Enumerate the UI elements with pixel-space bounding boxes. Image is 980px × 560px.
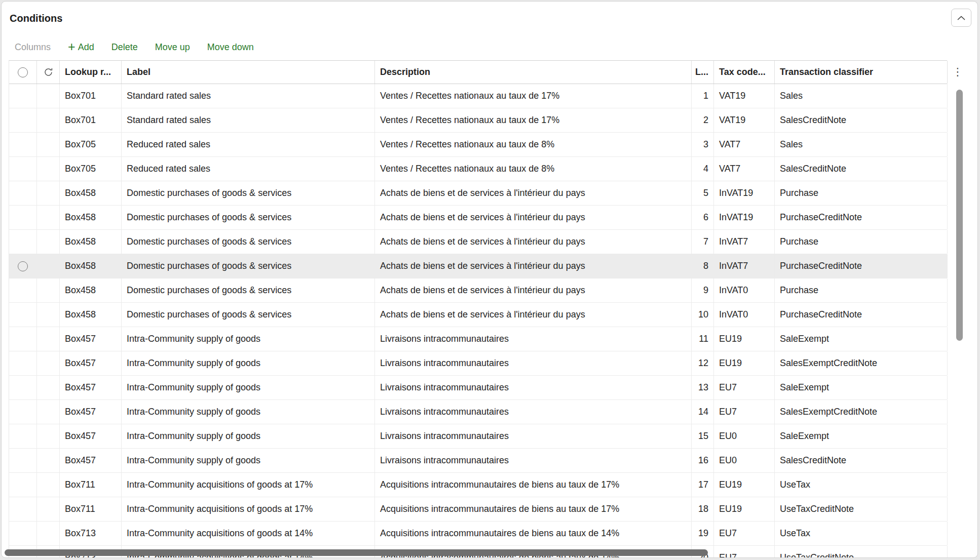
delete-button[interactable]: Delete: [111, 42, 138, 53]
cell-label[interactable]: Intra-Community supply of goods: [122, 424, 375, 448]
cell-tax-code[interactable]: EU19: [714, 327, 775, 351]
cell-lookup-result[interactable]: Box458: [60, 206, 122, 229]
cell-transaction-classifier[interactable]: Purchase: [775, 278, 948, 302]
cell-lookup-result[interactable]: Box701: [60, 84, 122, 108]
cell-line-number[interactable]: 9: [692, 278, 714, 302]
column-header-select[interactable]: [9, 61, 37, 84]
cell-line-number[interactable]: 12: [692, 351, 714, 375]
cell-label[interactable]: Intra-Community acquisitions of goods at…: [122, 522, 375, 545]
cell-lookup-result[interactable]: Box705: [60, 133, 122, 156]
cell-description[interactable]: Livraisons intracommunautaires: [375, 376, 692, 399]
cell-description[interactable]: Acquisitions intracommunautaires de bien…: [375, 497, 692, 521]
cell-line-number[interactable]: 19: [692, 522, 714, 545]
cell-lookup-result[interactable]: Box458: [60, 278, 122, 302]
row-select-cell[interactable]: [9, 497, 37, 521]
cell-tax-code[interactable]: InVAT19: [714, 206, 775, 229]
cell-lookup-result[interactable]: Box701: [60, 108, 122, 132]
cell-tax-code[interactable]: EU7: [714, 376, 775, 399]
row-select-cell[interactable]: [9, 254, 37, 278]
row-select-cell[interactable]: [9, 473, 37, 497]
row-select-cell[interactable]: [9, 351, 37, 375]
cell-transaction-classifier[interactable]: PurchaseCreditNote: [775, 303, 948, 327]
horizontal-scrollbar-thumb[interactable]: [5, 549, 708, 556]
cell-lookup-result[interactable]: Box457: [60, 376, 122, 399]
move-up-button[interactable]: Move up: [155, 42, 190, 53]
move-down-button[interactable]: Move down: [207, 42, 254, 53]
cell-line-number[interactable]: 18: [692, 497, 714, 521]
cell-line-number[interactable]: 2: [692, 108, 714, 132]
cell-lookup-result[interactable]: Box457: [60, 351, 122, 375]
row-select-cell[interactable]: [9, 181, 37, 205]
cell-label[interactable]: Intra-Community supply of goods: [122, 351, 375, 375]
cell-line-number[interactable]: 8: [692, 254, 714, 278]
cell-label[interactable]: Intra-Community supply of goods: [122, 449, 375, 472]
cell-description[interactable]: Ventes / Recettes nationaux au taux de 8…: [375, 157, 692, 181]
cell-lookup-result[interactable]: Box458: [60, 181, 122, 205]
table-row[interactable]: Box458 Domestic purchases of goods & ser…: [9, 230, 947, 254]
cell-description[interactable]: Livraisons intracommunautaires: [375, 327, 692, 351]
table-row[interactable]: Box458 Domestic purchases of goods & ser…: [9, 278, 947, 303]
cell-tax-code[interactable]: EU19: [714, 497, 775, 521]
cell-transaction-classifier[interactable]: SaleExempt: [775, 424, 948, 448]
cell-tax-code[interactable]: EU7: [714, 546, 775, 558]
cell-description[interactable]: Acquisitions intracommunautaires de bien…: [375, 522, 692, 545]
cell-transaction-classifier[interactable]: SalesExemptCreditNote: [775, 400, 948, 424]
row-select-cell[interactable]: [9, 522, 37, 545]
table-row[interactable]: Box457 Intra-Community supply of goods L…: [9, 449, 947, 473]
table-row[interactable]: Box457 Intra-Community supply of goods L…: [9, 351, 947, 376]
row-select-cell[interactable]: [9, 327, 37, 351]
cell-label[interactable]: Domestic purchases of goods & services: [122, 303, 375, 327]
row-select-cell[interactable]: [9, 303, 37, 327]
table-row[interactable]: Box458 Domestic purchases of goods & ser…: [9, 303, 947, 327]
row-select-cell[interactable]: [9, 206, 37, 229]
table-row[interactable]: Box705 Reduced rated sales Ventes / Rece…: [9, 133, 947, 157]
table-row[interactable]: Box701 Standard rated sales Ventes / Rec…: [9, 108, 947, 133]
cell-description[interactable]: Ventes / Recettes nationaux au taux de 8…: [375, 133, 692, 156]
cell-transaction-classifier[interactable]: UseTax: [775, 522, 948, 545]
cell-label[interactable]: Intra-Community acquisitions of goods at…: [122, 497, 375, 521]
cell-label[interactable]: Intra-Community supply of goods: [122, 327, 375, 351]
cell-tax-code[interactable]: VAT19: [714, 108, 775, 132]
cell-lookup-result[interactable]: Box705: [60, 157, 122, 181]
cell-description[interactable]: Achats de biens et de services à l'intér…: [375, 278, 692, 302]
cell-transaction-classifier[interactable]: UseTax: [775, 473, 948, 497]
cell-lookup-result[interactable]: Box457: [60, 424, 122, 448]
cell-tax-code[interactable]: VAT7: [714, 157, 775, 181]
cell-line-number[interactable]: 17: [692, 473, 714, 497]
column-header-description[interactable]: Description: [375, 61, 692, 84]
cell-transaction-classifier[interactable]: SaleExempt: [775, 376, 948, 399]
cell-tax-code[interactable]: EU7: [714, 522, 775, 545]
cell-transaction-classifier[interactable]: PurchaseCreditNote: [775, 206, 948, 229]
cell-line-number[interactable]: 6: [692, 206, 714, 229]
cell-label[interactable]: Reduced rated sales: [122, 133, 375, 156]
column-header-refresh[interactable]: [37, 61, 60, 84]
row-select-cell[interactable]: [9, 424, 37, 448]
cell-line-number[interactable]: 11: [692, 327, 714, 351]
cell-description[interactable]: Livraisons intracommunautaires: [375, 449, 692, 472]
cell-line-number[interactable]: 15: [692, 424, 714, 448]
column-header-tax-code[interactable]: Tax code...: [714, 61, 775, 84]
cell-label[interactable]: Intra-Community supply of goods: [122, 400, 375, 424]
cell-lookup-result[interactable]: Box457: [60, 327, 122, 351]
row-select-cell[interactable]: [9, 230, 37, 254]
cell-tax-code[interactable]: EU19: [714, 351, 775, 375]
cell-tax-code[interactable]: InVAT0: [714, 303, 775, 327]
row-select-cell[interactable]: [9, 278, 37, 302]
cell-transaction-classifier[interactable]: SalesCreditNote: [775, 157, 948, 181]
cell-label[interactable]: Intra-Community supply of goods: [122, 376, 375, 399]
column-header-transaction-classifier[interactable]: Transaction classifier: [775, 61, 948, 84]
cell-line-number[interactable]: 4: [692, 157, 714, 181]
cell-transaction-classifier[interactable]: Purchase: [775, 230, 948, 254]
cell-transaction-classifier[interactable]: SaleExempt: [775, 327, 948, 351]
row-select-cell[interactable]: [9, 449, 37, 472]
cell-label[interactable]: Intra-Community acquisitions of goods at…: [122, 473, 375, 497]
cell-tax-code[interactable]: VAT7: [714, 133, 775, 156]
cell-label[interactable]: Reduced rated sales: [122, 157, 375, 181]
cell-lookup-result[interactable]: Box711: [60, 473, 122, 497]
vertical-scrollbar[interactable]: [956, 87, 963, 556]
cell-tax-code[interactable]: InVAT19: [714, 181, 775, 205]
cell-tax-code[interactable]: VAT19: [714, 84, 775, 108]
table-row[interactable]: Box457 Intra-Community supply of goods L…: [9, 376, 947, 400]
cell-tax-code[interactable]: InVAT0: [714, 278, 775, 302]
table-row[interactable]: Box458 Domestic purchases of goods & ser…: [9, 254, 947, 278]
